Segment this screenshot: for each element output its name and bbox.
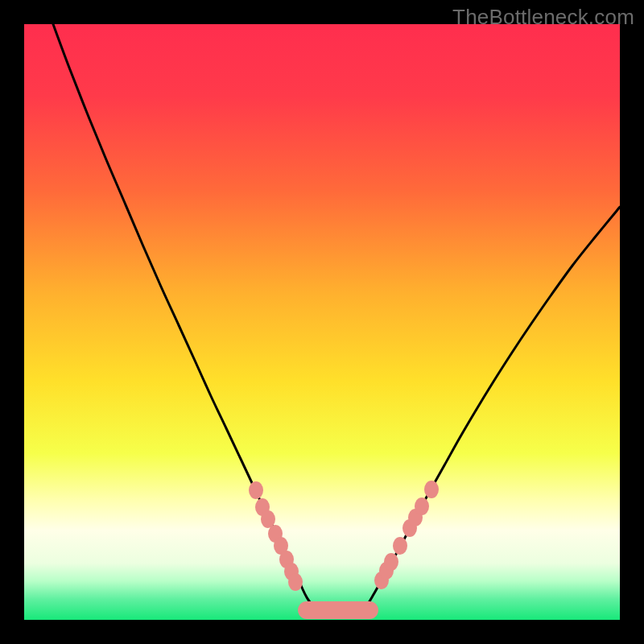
marker-left-0 — [249, 481, 263, 499]
marker-left-7 — [288, 573, 303, 591]
plot-area — [24, 24, 620, 620]
chart-svg — [24, 24, 620, 620]
marker-pill — [298, 601, 378, 619]
chart-stage: TheBottleneck.com — [0, 0, 644, 644]
marker-right-3 — [393, 537, 407, 555]
marker-right-6 — [415, 497, 429, 515]
marker-right-2 — [384, 553, 398, 571]
gradient-background — [24, 24, 620, 620]
marker-right-7 — [424, 481, 439, 498]
